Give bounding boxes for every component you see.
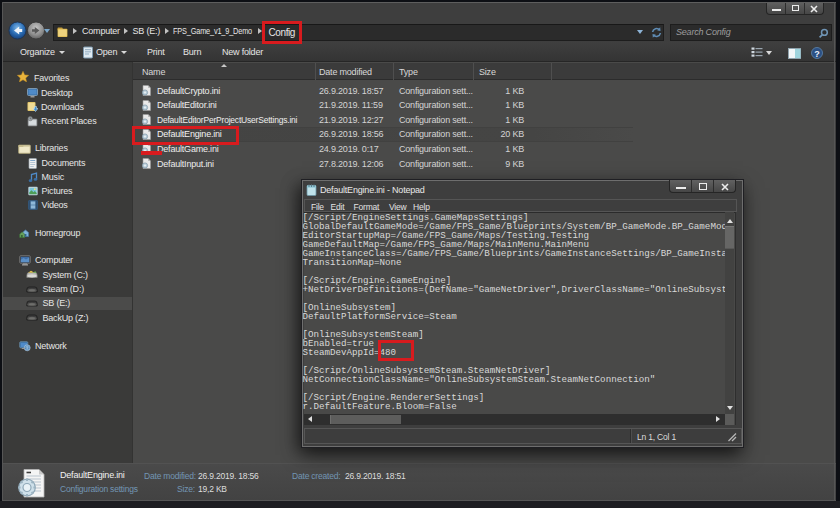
svg-text:?: ? (814, 49, 820, 59)
